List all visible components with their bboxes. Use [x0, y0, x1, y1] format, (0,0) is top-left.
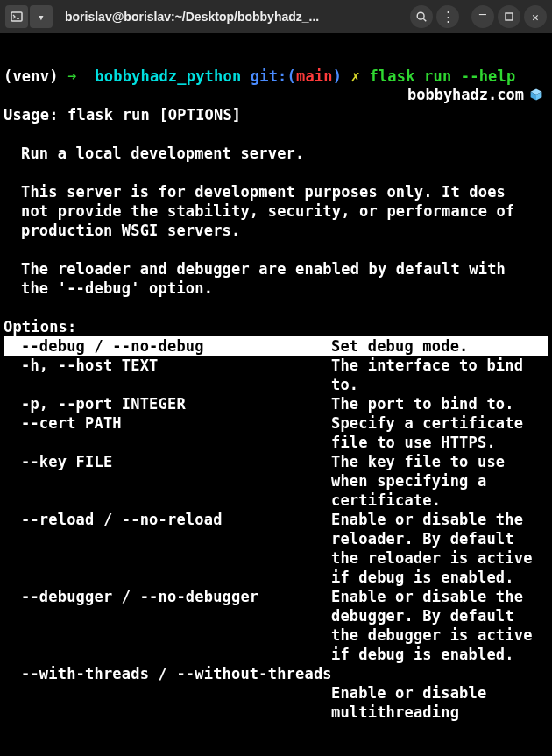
option-row: --debug / --no-debugSet debug mode. — [4, 336, 548, 356]
option-flag: --debug / --no-debug — [4, 336, 331, 356]
window-titlebar: ▾ borislav@borislav:~/Desktop/bobbyhadz_… — [0, 0, 552, 33]
minimize-button[interactable]: ─ — [471, 5, 494, 28]
option-row: Enable or disable multithreading — [4, 683, 548, 722]
option-desc: Enable or disable multithreading — [331, 683, 548, 722]
search-icon — [415, 11, 428, 23]
option-flag: --reload / --no-reload — [4, 510, 331, 587]
svg-rect-0 — [11, 12, 22, 21]
svg-line-2 — [423, 18, 426, 21]
option-flag: --with-threads / --without-threads — [4, 664, 548, 683]
maximize-button[interactable] — [498, 5, 520, 28]
dropdown-button[interactable]: ▾ — [30, 5, 53, 28]
close-icon: ✕ — [532, 11, 539, 24]
terminal-area[interactable]: (venv) ➜ bobbyhadz_python git:(main) ✗ ;… — [0, 33, 552, 722]
usage-line: Usage: flask run [OPTIONS] — [4, 105, 548, 124]
option-flag: --cert PATH — [4, 413, 331, 452]
menu-button[interactable]: ⋮ — [436, 5, 459, 28]
window-title: borislav@borislav:~/Desktop/bobbyhadz_..… — [56, 10, 407, 24]
option-desc: The interface to bind to. — [331, 356, 548, 394]
maximize-icon — [505, 12, 513, 21]
option-desc: The key file to use when specifying a ce… — [331, 452, 548, 510]
cube-icon — [529, 88, 543, 102]
option-flag: -p, --port INTEGER — [4, 394, 331, 413]
option-desc: Set debug mode. — [331, 336, 548, 356]
chevron-down-icon: ▾ — [38, 11, 45, 24]
option-desc: Enable or disable the debugger. By defau… — [331, 587, 548, 664]
description-para-1: Run a local development server. — [4, 144, 548, 163]
minimize-icon: ─ — [479, 8, 486, 21]
new-tab-button[interactable] — [5, 5, 28, 28]
options-list: --debug / --no-debugSet debug mode.-h, -… — [4, 336, 548, 722]
option-row: --key FILEThe key file to use when speci… — [4, 452, 548, 510]
description-para-3: The reloader and debugger are enabled by… — [4, 259, 548, 298]
option-desc: The port to bind to. — [331, 394, 548, 413]
terminal-icon — [10, 10, 24, 24]
option-flag: -h, --host TEXT — [4, 356, 331, 394]
search-button[interactable] — [410, 5, 433, 28]
option-row: -h, --host TEXTThe interface to bind to. — [4, 356, 548, 394]
prompt-line: (venv) ➜ bobbyhadz_python git:(main) ✗ f… — [4, 47, 548, 86]
option-desc: Specify a certificate file to use HTTPS. — [331, 413, 548, 452]
option-row: -p, --port INTEGERThe port to bind to. — [4, 394, 548, 413]
option-flag: --key FILE — [4, 452, 331, 510]
svg-point-1 — [417, 12, 424, 19]
titlebar-left-buttons: ▾ — [5, 5, 53, 28]
kebab-menu-icon: ⋮ — [442, 11, 455, 24]
watermark-text: bobbyhadz.com — [407, 86, 524, 103]
option-desc: Enable or disable the reloader. By defau… — [331, 510, 548, 587]
description-para-2: This server is for development purposes … — [4, 182, 548, 240]
options-header: Options: — [4, 317, 548, 336]
option-row: --debugger / --no-debuggerEnable or disa… — [4, 587, 548, 664]
prompt-line-prev: (venv) ➜ bobbyhadz_python git:(main) ✗ ; — [4, 35, 548, 47]
svg-rect-3 — [506, 13, 513, 20]
watermark: bobbyhadz.com — [407, 86, 543, 103]
close-button[interactable]: ✕ — [524, 5, 547, 28]
option-row: --cert PATHSpecify a certificate file to… — [4, 413, 548, 452]
option-row: --reload / --no-reloadEnable or disable … — [4, 510, 548, 587]
option-flag: --debugger / --no-debugger — [4, 587, 331, 664]
